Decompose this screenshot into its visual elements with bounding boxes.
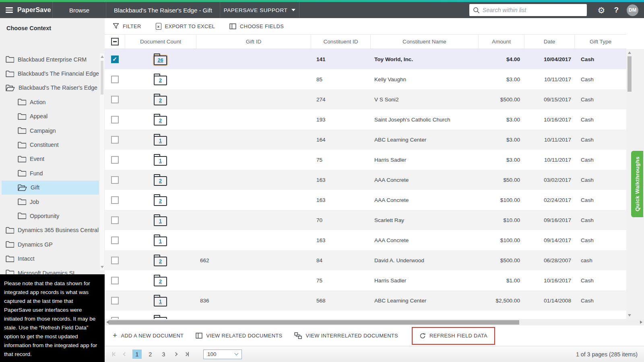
user-avatar[interactable]: DM — [627, 4, 638, 16]
scroll-down-icon[interactable] — [101, 266, 104, 268]
document-folder-icon[interactable]: 2 — [154, 257, 167, 266]
horizontal-scrollbar[interactable] — [105, 319, 644, 325]
document-folder-icon[interactable]: 2 — [154, 277, 167, 286]
context-tree-item[interactable]: Appeal — [2, 109, 99, 123]
document-count[interactable]: 1 — [155, 217, 166, 225]
settings-gear-icon[interactable]: ⚙ — [598, 6, 605, 14]
document-count[interactable]: 1 — [155, 298, 166, 306]
column-header-amount[interactable]: Amount — [478, 35, 524, 49]
document-count[interactable]: 26 — [155, 56, 166, 64]
document-folder-icon[interactable]: 26 — [154, 56, 167, 65]
row-checkbox[interactable] — [111, 196, 119, 204]
row-checkbox[interactable] — [111, 216, 119, 224]
export-to-excel-button[interactable]: x EXPORT TO EXCEL — [156, 23, 215, 30]
document-folder-icon[interactable]: 1 — [154, 136, 167, 146]
context-tree-item[interactable]: Blackbaud's The Raiser's Edge — [2, 81, 99, 95]
context-tree-item[interactable]: Gift — [2, 181, 99, 195]
row-checkbox[interactable] — [111, 136, 119, 144]
column-header-constituent-name[interactable]: Constituent Name — [370, 35, 478, 49]
view-related-documents-button[interactable]: VIEW RELATED DOCUMENTS — [196, 333, 282, 339]
table-row[interactable]: 3 849 5 Geoffrey T. Beckner $30.00 07/01… — [105, 311, 626, 319]
table-row[interactable]: 2 274 V S Soni2 $500.00 09/15/2017 Cash — [105, 89, 626, 109]
document-folder-icon[interactable]: 2 — [154, 196, 167, 206]
document-folder-icon[interactable]: 2 — [154, 116, 167, 125]
row-checkbox[interactable] — [111, 237, 119, 244]
page-size-select[interactable]: 100 — [203, 350, 242, 359]
document-folder-icon[interactable]: 2 — [154, 76, 167, 85]
context-tree-item[interactable]: Dynamics GP — [2, 237, 99, 251]
row-checkbox[interactable] — [111, 56, 119, 63]
document-count[interactable]: 2 — [155, 177, 166, 185]
menu-icon[interactable] — [6, 7, 13, 12]
document-count[interactable]: 2 — [155, 278, 166, 286]
row-checkbox[interactable] — [111, 96, 119, 103]
context-tree-item[interactable]: Fund — [2, 166, 99, 180]
document-count[interactable]: 2 — [155, 97, 166, 105]
choose-fields-button[interactable]: CHOOSE FIELDS — [229, 23, 284, 29]
document-folder-icon[interactable]: 2 — [154, 176, 167, 186]
column-header-constituent-id[interactable]: Constituent ID — [311, 35, 370, 49]
context-tree-item[interactable]: Opportunity — [2, 209, 99, 223]
document-count[interactable]: 2 — [155, 76, 166, 84]
table-row[interactable]: 1 836 568 ABC Learning Center $2,500.00 … — [105, 290, 626, 311]
context-tree-item[interactable]: Campaign — [2, 123, 99, 138]
column-header-date[interactable]: Date — [524, 35, 574, 49]
context-tree-item[interactable]: Event — [2, 152, 99, 166]
page-number-2[interactable]: 2 — [146, 350, 155, 359]
table-row[interactable]: 2 75 Harris Sadler $1.00 10/16/2017 Cash — [105, 270, 626, 290]
document-count[interactable]: 2 — [155, 257, 166, 265]
table-row[interactable]: 1 163 AAA Concrete $100.00 09/14/2017 Ca… — [105, 230, 626, 250]
context-tree-item[interactable]: Constituent — [2, 138, 99, 152]
table-row[interactable]: 1 75 Harris Sadler $3.00 10/11/2017 Cash — [105, 150, 626, 170]
table-row[interactable]: 2 662 84 David A. Underwood $500.00 06/2… — [105, 250, 626, 270]
column-header-document-count[interactable]: Document Count — [125, 35, 196, 49]
table-row[interactable]: 2 163 AAA Concrete $50.00 03/02/2017 Cas… — [105, 170, 626, 190]
scroll-down-icon[interactable] — [628, 314, 631, 317]
row-checkbox[interactable] — [111, 257, 119, 264]
scroll-up-icon[interactable] — [628, 51, 631, 54]
table-row[interactable]: 1 70 Scarlett Ray $10.00 09/16/2017 Cash — [105, 210, 626, 230]
document-count[interactable]: 1 — [155, 237, 166, 245]
context-tree-item[interactable]: Blackbaud Enterprise CRM — [2, 52, 99, 66]
sidebar-scrollbar[interactable] — [100, 53, 104, 270]
search-box[interactable] — [469, 4, 587, 16]
document-count[interactable]: 1 — [155, 157, 166, 165]
add-new-document-button[interactable]: + ADD A NEW DOCUMENT — [113, 332, 184, 339]
previous-page-button[interactable] — [120, 350, 130, 359]
filter-button[interactable]: FILTER — [113, 23, 141, 29]
document-folder-icon[interactable]: 1 — [154, 297, 167, 306]
nav-tab-browse[interactable]: Browse — [53, 2, 106, 18]
horizontal-scrollbar-thumb[interactable] — [109, 320, 519, 325]
row-checkbox[interactable] — [111, 176, 119, 184]
document-count[interactable]: 2 — [155, 197, 166, 205]
search-input[interactable] — [483, 7, 583, 13]
row-checkbox[interactable] — [111, 116, 119, 123]
column-header-gift-type[interactable]: Gift Type — [574, 35, 626, 49]
select-all-checkbox[interactable] — [111, 38, 119, 45]
vertical-scrollbar-thumb[interactable] — [627, 56, 632, 92]
table-row[interactable]: 1 164 ABC Learning Center $3.00 10/11/20… — [105, 130, 626, 150]
table-row[interactable]: 2 85 Kelly Vaughn $3.00 10/11/2017 Cash — [105, 69, 626, 89]
help-icon[interactable]: ? — [614, 6, 619, 14]
context-tree-item[interactable]: Intacct — [2, 251, 99, 265]
quick-walkthroughs-tab[interactable]: Quick Walkthroughs — [631, 151, 643, 217]
row-checkbox[interactable] — [111, 156, 119, 164]
view-interrelated-documents-button[interactable]: VIEW INTERRELATED DOCUMENTS — [294, 332, 398, 339]
table-row[interactable]: 2 193 Saint Joseph's Catholic Church $3.… — [105, 109, 626, 130]
scroll-right-icon[interactable] — [640, 321, 642, 324]
document-folder-icon[interactable]: 1 — [154, 156, 167, 166]
refresh-field-data-button[interactable]: REFRESH FIELD DATA — [412, 327, 495, 345]
context-tree-item[interactable]: Dynamics 365 Business Central — [2, 223, 99, 237]
last-page-button[interactable] — [181, 350, 192, 359]
row-checkbox[interactable] — [111, 76, 119, 83]
page-number-1[interactable]: 1 — [132, 350, 142, 359]
context-tree-item[interactable]: Blackbaud's The Financial Edge — [2, 66, 99, 80]
document-folder-icon[interactable]: 1 — [154, 216, 167, 226]
first-page-button[interactable] — [109, 350, 120, 359]
table-row[interactable]: 2 163 AAA Concrete $100.00 02/24/2017 Ca… — [105, 190, 626, 210]
next-page-button[interactable] — [170, 350, 181, 359]
row-checkbox[interactable] — [111, 297, 119, 304]
context-tree-item[interactable]: Action — [2, 95, 99, 109]
page-number-3[interactable]: 3 — [159, 350, 168, 359]
scroll-up-icon[interactable] — [101, 56, 104, 58]
